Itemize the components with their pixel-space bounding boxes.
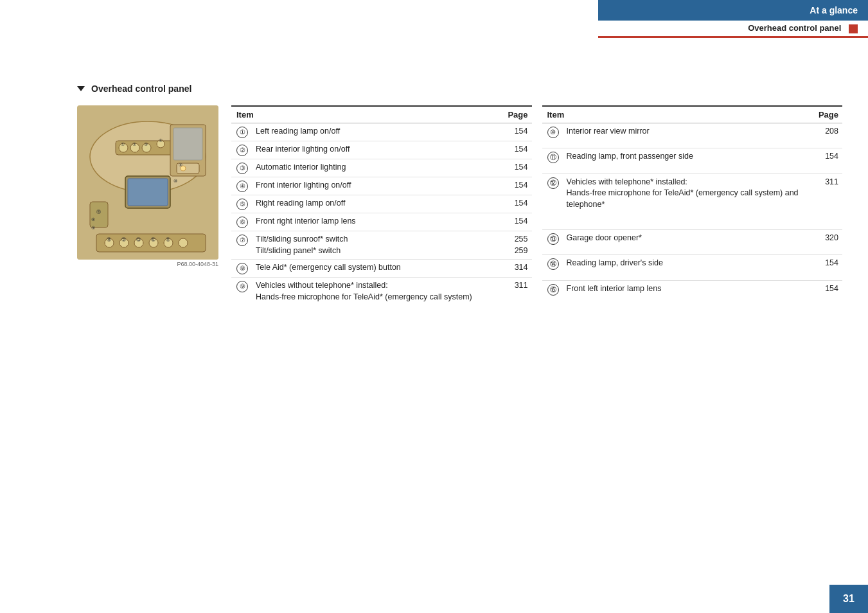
item-description: Reading lamp, front passenger side xyxy=(562,148,813,173)
item-number: ⑪ xyxy=(542,148,562,173)
right-table-item-header: Item xyxy=(542,106,813,123)
overhead-title-bar: Overhead control panel xyxy=(598,21,868,38)
table-row: ⑩Interior rear view mirror208 xyxy=(542,123,843,148)
item-description: Front left interior lamp lens xyxy=(562,280,813,305)
item-number: ⑥ xyxy=(231,213,251,231)
table-row: ②Rear interior lighting on/off154 xyxy=(231,141,532,159)
item-page: 320 xyxy=(813,229,842,254)
table-row: ③Automatic interior lighting154 xyxy=(231,159,532,177)
item-number: ③ xyxy=(231,159,251,177)
item-number: ⑨ xyxy=(231,278,251,306)
svg-text:⑪: ⑪ xyxy=(166,237,170,242)
page-number: 31 xyxy=(829,585,868,613)
svg-text:⑫: ⑫ xyxy=(151,237,155,242)
right-table: Item Page ⑩Interior rear view mirror208⑪… xyxy=(542,105,843,305)
item-description: Interior rear view mirror xyxy=(562,123,813,148)
item-description: Automatic interior lighting xyxy=(251,159,500,177)
left-table-page-header: Page xyxy=(500,106,532,123)
svg-text:⑫: ⑫ xyxy=(121,237,126,242)
item-description: Front interior lighting on/off xyxy=(251,177,500,195)
svg-text:⑩: ⑩ xyxy=(173,179,177,183)
overhead-title-label: Overhead control panel xyxy=(748,23,841,33)
svg-rect-12 xyxy=(128,179,168,206)
svg-text:⑮: ⑮ xyxy=(96,209,101,214)
table-row: ①Left reading lamp on/off154 xyxy=(231,123,532,141)
svg-text:⑤: ⑤ xyxy=(179,163,182,167)
item-page: 208 xyxy=(813,123,842,148)
table-row: ④Front interior lighting on/off154 xyxy=(231,177,532,195)
item-number: ④ xyxy=(231,177,251,195)
svg-text:⑨: ⑨ xyxy=(91,226,95,230)
item-number: ② xyxy=(231,141,251,159)
item-description: Garage door opener* xyxy=(562,229,813,254)
item-page: 154 xyxy=(813,148,842,173)
table-row: ⑤Right reading lamp on/off154 xyxy=(231,195,532,213)
item-number: ⑤ xyxy=(231,195,251,213)
tables-area: Item Page ①Left reading lamp on/off154②R… xyxy=(231,105,842,305)
item-description: Rear interior lighting on/off xyxy=(251,141,500,159)
table-row: ⑭Reading lamp, driver's side154 xyxy=(542,255,843,280)
table-row: ⑫Vehicles with telephone* installed:Hand… xyxy=(542,173,843,229)
item-page: 314 xyxy=(500,260,532,278)
item-number: ⑮ xyxy=(542,280,562,305)
item-description: Vehicles with telephone* installed:Hands… xyxy=(562,173,813,229)
svg-text:⑧: ⑧ xyxy=(91,217,95,222)
item-description: Vehicles without telephone* installed:Ha… xyxy=(251,278,500,306)
item-page: 311 xyxy=(500,278,532,306)
table-row: ⑮Front left interior lamp lens154 xyxy=(542,280,843,305)
item-number: ⑫ xyxy=(542,173,562,229)
item-page: 311 xyxy=(813,173,842,229)
right-table-page-header: Page xyxy=(813,106,842,123)
item-description: Tilt/sliding sunroof* switchTilt/sliding… xyxy=(251,231,500,260)
table-row: ⑧Tele Aid* (emergency call system) butto… xyxy=(231,260,532,278)
left-table-item-header: Item xyxy=(231,106,500,123)
item-page: 154 xyxy=(500,213,532,231)
svg-text:④: ④ xyxy=(159,138,163,143)
item-number: ① xyxy=(231,123,251,141)
svg-text:⑬: ⑬ xyxy=(136,237,141,242)
item-page: 154 xyxy=(500,195,532,213)
table-row: ⑥Front right interior lamp lens154 xyxy=(231,213,532,231)
header-area: At a glance Overhead control panel xyxy=(598,0,868,38)
red-block-decoration xyxy=(849,24,858,33)
triangle-icon xyxy=(77,86,85,91)
table-row: ⑬Garage door opener*320 xyxy=(542,229,843,254)
item-number: ⑭ xyxy=(542,255,562,280)
item-description: Reading lamp, driver's side xyxy=(562,255,813,280)
main-content: Overhead control panel xyxy=(77,84,842,305)
item-description: Left reading lamp on/off xyxy=(251,123,500,141)
table-row: ⑦Tilt/sliding sunroof* switchTilt/slidin… xyxy=(231,231,532,260)
diagram-image: ① ② ③ ④ ⑤ ⑮ ⑧ ⑨ ⑩ ⑭ ⑫ ⑬ ⑫ ⑪ xyxy=(77,105,218,260)
diagram-caption: P68.00-4048-31 xyxy=(77,261,218,267)
left-table: Item Page ①Left reading lamp on/off154②R… xyxy=(231,105,532,305)
section-title: Overhead control panel xyxy=(91,84,191,94)
item-page: 255259 xyxy=(500,231,532,260)
item-page: 154 xyxy=(813,280,842,305)
item-number: ⑬ xyxy=(542,229,562,254)
item-page: 154 xyxy=(500,123,532,141)
svg-point-19 xyxy=(179,238,188,247)
item-page: 154 xyxy=(500,177,532,195)
diagram-area: ① ② ③ ④ ⑤ ⑮ ⑧ ⑨ ⑩ ⑭ ⑫ ⑬ ⑫ ⑪ P68.00-4048-… xyxy=(77,105,218,267)
item-description: Right reading lamp on/off xyxy=(251,195,500,213)
svg-text:③: ③ xyxy=(144,142,148,147)
table-row: ⑪Reading lamp, front passenger side154 xyxy=(542,148,843,173)
svg-rect-8 xyxy=(173,128,202,160)
item-number: ⑧ xyxy=(231,260,251,278)
item-page: 154 xyxy=(500,159,532,177)
svg-text:①: ① xyxy=(121,142,125,147)
svg-rect-20 xyxy=(90,202,108,227)
svg-text:⑭: ⑭ xyxy=(107,237,111,242)
at-a-glance-bar: At a glance xyxy=(598,0,868,21)
item-page: 154 xyxy=(813,255,842,280)
at-a-glance-label: At a glance xyxy=(810,5,858,15)
svg-text:②: ② xyxy=(132,142,136,147)
table-row: ⑨Vehicles without telephone* installed:H… xyxy=(231,278,532,306)
item-description: Front right interior lamp lens xyxy=(251,213,500,231)
item-number: ⑦ xyxy=(231,231,251,260)
item-page: 154 xyxy=(500,141,532,159)
content-row: ① ② ③ ④ ⑤ ⑮ ⑧ ⑨ ⑩ ⑭ ⑫ ⑬ ⑫ ⑪ P68.00-4048-… xyxy=(77,105,842,305)
section-heading: Overhead control panel xyxy=(77,84,842,94)
item-description: Tele Aid* (emergency call system) button xyxy=(251,260,500,278)
item-number: ⑩ xyxy=(542,123,562,148)
